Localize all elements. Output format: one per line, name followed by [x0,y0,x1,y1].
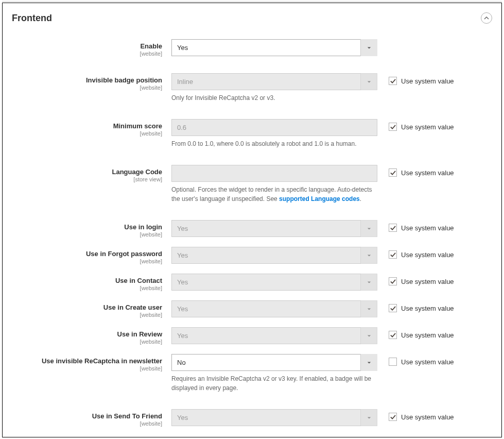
field-row-enable: Enable [website] Yes [3,36,501,60]
create-select: Yes [171,300,377,317]
create-use-system-checkbox[interactable] [389,304,397,312]
field-row-login: Use in login [website] Yes Use system va… [3,217,501,241]
field-note: From 0.0 to 1.0, where 0.0 is absolutely… [171,139,377,148]
field-row-review: Use in Review [website] Yes Use system v… [3,324,501,348]
login-select: Yes [171,220,377,237]
language-input [171,165,377,182]
check-icon [390,124,396,130]
send_friend-use-system-checkbox[interactable] [389,413,397,421]
field-row-create: Use in Create user [website] Yes Use sys… [3,297,501,321]
review-select: Yes [171,327,377,344]
field-note: Only for Invisible ReCaptcha v2 or v3. [171,93,377,103]
frontend-section: Frontend Enable [website] Yes Invisible … [2,3,502,437]
collapse-toggle[interactable] [481,12,492,24]
field-row-badge_position: Invisible badge position [website] Inlin… [3,70,501,106]
chevron-up-icon [484,15,489,21]
field-label: Use in Create user [12,303,162,311]
field-row-send_friend: Use in Send To Friend [website] Yes Use … [3,406,501,430]
field-scope: [website] [12,312,162,318]
use-system-label[interactable]: Use system value [401,224,454,232]
field-scope: [website] [12,50,162,57]
field-label: Use in Contact [12,277,162,284]
language-use-system-checkbox[interactable] [389,168,397,177]
use-system-label[interactable]: Use system value [401,251,454,259]
check-icon [390,78,396,84]
check-icon [390,279,396,284]
field-scope: [website] [12,365,162,372]
field-scope: [website] [12,285,162,291]
field-scope: [website] [12,420,162,427]
check-icon [390,252,396,258]
forgot-use-system-checkbox[interactable] [389,250,397,259]
badge_position-use-system-checkbox[interactable] [389,77,397,85]
field-note: Requires an Invisible ReCaptcha v2 or v3… [171,374,377,393]
field-note: Optional. Forces the widget to render in… [171,185,377,204]
check-icon [390,414,396,420]
field-row-newsletter: Use invisible ReCaptcha in newsletter [w… [3,351,501,396]
check-icon [390,332,396,338]
review-use-system-checkbox[interactable] [389,331,397,339]
field-scope: [website] [12,339,162,345]
field-label: Enable [12,42,162,50]
use-system-label[interactable]: Use system value [401,77,454,85]
field-label: Use invisible ReCaptcha in newsletter [12,357,162,365]
check-icon [390,225,396,231]
min_score-use-system-checkbox[interactable] [389,123,397,131]
use-system-label[interactable]: Use system value [401,331,454,339]
contact-use-system-checkbox[interactable] [389,277,397,285]
send_friend-select: Yes [171,409,377,426]
field-label: Language Code [12,168,162,176]
check-icon [390,170,396,176]
supported-languages-link[interactable]: supported Language codes [279,195,360,202]
use-system-label[interactable]: Use system value [401,358,454,366]
forgot-select: Yes [171,247,377,264]
field-row-language: Language Code [store view]Optional. Forc… [3,162,501,207]
check-icon [390,306,396,311]
use-system-label[interactable]: Use system value [401,305,454,312]
field-scope: [website] [12,231,162,238]
use-system-label[interactable]: Use system value [401,123,454,131]
use-system-label[interactable]: Use system value [401,169,454,177]
field-label: Use in login [12,223,162,231]
login-use-system-checkbox[interactable] [389,224,397,232]
section-title: Frontend [12,13,52,24]
use-system-label[interactable]: Use system value [401,278,454,285]
field-scope: [website] [12,258,162,264]
use-system-label[interactable]: Use system value [401,413,454,421]
field-scope: [store view] [12,176,162,182]
newsletter-use-system-checkbox[interactable] [389,358,397,366]
field-scope: [website] [12,85,162,91]
badge_position-select: Inline [171,73,377,90]
min_score-input [171,119,377,136]
field-row-min_score: Minimum score [website]From 0.0 to 1.0, … [3,116,501,151]
field-label: Use in Send To Friend [12,412,162,420]
field-row-forgot: Use in Forgot password [website] Yes Use… [3,244,501,267]
newsletter-select[interactable]: No [171,354,377,371]
field-row-contact: Use in Contact [website] Yes Use system … [3,271,501,294]
enable-select[interactable]: Yes [171,39,377,56]
field-label: Use in Review [12,330,162,338]
field-label: Minimum score [12,122,162,130]
contact-select: Yes [171,274,377,291]
field-label: Use in Forgot password [12,250,162,258]
field-label: Invisible badge position [12,76,162,84]
field-scope: [website] [12,130,162,137]
